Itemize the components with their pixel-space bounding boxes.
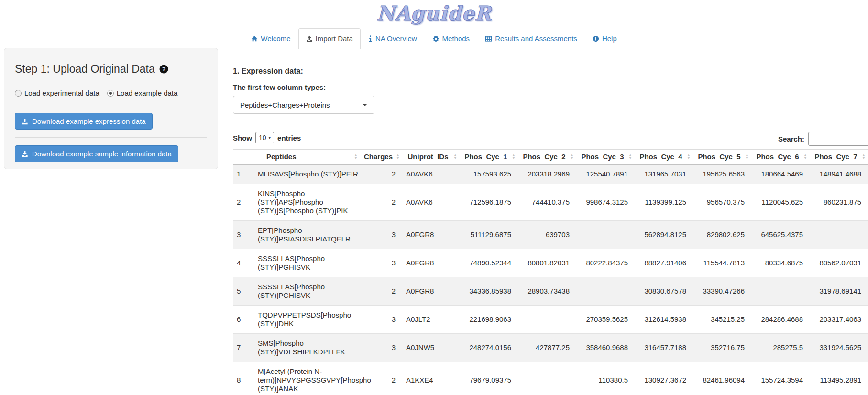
column-header-phos_cyc_2[interactable]: Phos_Cyc_2▲▼ bbox=[518, 150, 576, 165]
charge-cell: 3 bbox=[360, 334, 402, 362]
download-sample-info-button[interactable]: Download example sample information data bbox=[15, 145, 178, 162]
column-header-phos_cyc_4[interactable]: Phos_Cyc_4▲▼ bbox=[635, 150, 693, 165]
sort-arrows-icon: ▲▼ bbox=[628, 154, 632, 160]
peptide-cell: KINS[Phospho(STY)]APS[Phospho(STY)]S[Pho… bbox=[254, 184, 360, 221]
page-length-select[interactable]: 10 ▾ bbox=[255, 132, 274, 143]
row-index: 8 bbox=[233, 362, 254, 395]
intensity-cell: 125540.7891 bbox=[576, 165, 635, 184]
table-row-4: 4SSSSLLAS[Phospho(STY)]PGHISVK3A0FGR8748… bbox=[233, 249, 868, 277]
peptide-cell: SSSSLLAS[Phospho(STY)]PGHISVK bbox=[254, 249, 360, 277]
charge-cell: 2 bbox=[360, 184, 402, 221]
download-sample-info-label: Download example sample information data bbox=[32, 150, 172, 158]
peptide-cell: TQDPVPPETPSDS[Phospho(STY)]DHK bbox=[254, 306, 360, 334]
sort-arrows-icon: ▲▼ bbox=[687, 154, 691, 160]
intensity-cell bbox=[518, 306, 576, 334]
svg-text:?: ? bbox=[162, 66, 165, 73]
radio-button-icon bbox=[15, 90, 22, 97]
column-header-label: Phos_Cyc_7 bbox=[814, 153, 857, 161]
column-header-phos_cyc_5[interactable]: Phos_Cyc_5▲▼ bbox=[693, 150, 751, 165]
row-index: 1 bbox=[233, 165, 254, 184]
intensity-cell: 113495.2891 bbox=[810, 362, 868, 395]
intensity-cell: 427877.25 bbox=[518, 334, 576, 362]
data-source-radio-group: Load experimental dataLoad example data bbox=[15, 89, 207, 97]
column-header-phos_cyc_3[interactable]: Phos_Cyc_3▲▼ bbox=[576, 150, 635, 165]
peptide-cell: EPT[Phospho(STY)]PSIASDISLPIATQELR bbox=[254, 221, 360, 249]
intensity-cell: 248274.0156 bbox=[460, 334, 518, 362]
intensity-cell: 30830.67578 bbox=[635, 277, 693, 306]
column-header-label: Phos_Cyc_5 bbox=[698, 153, 740, 161]
table-body: 1MLISAVS[Phospho (STY)]PEIR2A0AVK6157593… bbox=[233, 165, 868, 395]
column-types-select[interactable]: Peptides+Charges+Proteins bbox=[233, 96, 374, 114]
column-header-label: Phos_Cyc_6 bbox=[756, 153, 799, 161]
intensity-cell: 28903.73438 bbox=[518, 277, 576, 306]
radio-button-icon bbox=[107, 90, 114, 97]
uniprot-cell: A1KXE4 bbox=[402, 362, 460, 395]
show-label: Show bbox=[233, 134, 252, 142]
radio-load-experimental-data[interactable]: Load experimental data bbox=[15, 89, 99, 97]
column-header-rownames[interactable] bbox=[233, 150, 254, 165]
table-search: Search: bbox=[778, 132, 868, 146]
sort-arrows-icon: ▲▼ bbox=[354, 154, 358, 160]
question-circle-icon[interactable]: ? bbox=[159, 65, 168, 74]
download-icon bbox=[22, 118, 28, 125]
table-row-8: 8M[Acetyl (Protein N-term)]NPVYSPGSSGVPY… bbox=[233, 362, 868, 395]
intensity-cell: 31978.69141 bbox=[810, 277, 868, 306]
intensity-cell: 157593.625 bbox=[460, 165, 518, 184]
page-length-control: Show 10 ▾ entries bbox=[233, 132, 301, 143]
download-expression-data-button[interactable]: Download example expression data bbox=[15, 113, 153, 130]
intensity-cell: 284286.4688 bbox=[751, 306, 810, 334]
step1-title: Step 1: Upload Original Data bbox=[15, 63, 155, 76]
chevron-down-icon bbox=[363, 104, 367, 106]
column-header-label: Phos_Cyc_3 bbox=[581, 153, 624, 161]
column-header-label: Peptides bbox=[266, 153, 297, 161]
intensity-cell: 562894.8125 bbox=[635, 221, 693, 249]
intensity-cell: 80562.07031 bbox=[810, 249, 868, 277]
intensity-cell bbox=[751, 277, 810, 306]
uniprot-cell: A0FGR8 bbox=[402, 277, 460, 306]
intensity-cell: 860231.875 bbox=[810, 184, 868, 221]
import-data-content: 1. Expression data: The first few column… bbox=[233, 0, 868, 395]
intensity-cell: 80334.6875 bbox=[751, 249, 810, 277]
sort-arrows-icon: ▲▼ bbox=[862, 154, 866, 160]
search-input[interactable] bbox=[808, 132, 868, 146]
intensity-cell: 331924.5625 bbox=[810, 334, 868, 362]
column-header-phos_cyc_7[interactable]: Phos_Cyc_7▲▼ bbox=[810, 150, 868, 165]
sort-arrows-icon: ▲▼ bbox=[453, 154, 457, 160]
intensity-cell: 33390.47266 bbox=[693, 277, 751, 306]
intensity-cell: 312614.5938 bbox=[635, 306, 693, 334]
charge-cell: 2 bbox=[360, 277, 402, 306]
radio-label: Load example data bbox=[117, 89, 178, 97]
intensity-cell: 155724.3594 bbox=[751, 362, 810, 395]
sort-arrows-icon: ▲▼ bbox=[570, 154, 574, 160]
column-header-phos_cyc_1[interactable]: Phos_Cyc_1▲▼ bbox=[460, 150, 518, 165]
step1-title-row: Step 1: Upload Original Data ? bbox=[15, 63, 207, 76]
step1-upload-panel: Step 1: Upload Original Data ? Load expe… bbox=[4, 48, 218, 169]
intensity-cell bbox=[810, 221, 868, 249]
column-header-label: Phos_Cyc_1 bbox=[464, 153, 507, 161]
intensity-cell: 130927.3672 bbox=[635, 362, 693, 395]
intensity-cell: 1139399.125 bbox=[635, 184, 693, 221]
radio-load-example-data[interactable]: Load example data bbox=[107, 89, 178, 97]
uniprot-cell: A0JNW5 bbox=[402, 334, 460, 362]
column-header-charges[interactable]: Charges▲▼ bbox=[360, 150, 402, 165]
intensity-cell: 998674.3125 bbox=[576, 184, 635, 221]
intensity-cell: 639703 bbox=[518, 221, 576, 249]
column-header-peptides[interactable]: Peptides▲▼ bbox=[254, 150, 360, 165]
intensity-cell: 345215.25 bbox=[693, 306, 751, 334]
column-header-uniprot_ids[interactable]: Uniprot_IDs▲▼ bbox=[402, 150, 460, 165]
intensity-cell: 221698.9063 bbox=[460, 306, 518, 334]
uniprot-cell: A0AVK6 bbox=[402, 165, 460, 184]
entries-label: entries bbox=[277, 134, 301, 142]
uniprot-cell: A0AVK6 bbox=[402, 184, 460, 221]
row-index: 2 bbox=[233, 184, 254, 221]
intensity-cell: 352716.75 bbox=[693, 334, 751, 362]
divider bbox=[15, 137, 207, 138]
intensity-cell: 110380.5 bbox=[576, 362, 635, 395]
intensity-cell bbox=[518, 362, 576, 395]
intensity-cell: 645625.4375 bbox=[751, 221, 810, 249]
table-row-5: 5SSSSLLAS[Phospho(STY)]PGHISVK2A0FGR8343… bbox=[233, 277, 868, 306]
column-header-phos_cyc_6[interactable]: Phos_Cyc_6▲▼ bbox=[751, 150, 810, 165]
column-header-label: Uniprot_IDs bbox=[407, 153, 448, 161]
sort-arrows-icon: ▲▼ bbox=[396, 154, 400, 160]
intensity-cell: 74890.52344 bbox=[460, 249, 518, 277]
